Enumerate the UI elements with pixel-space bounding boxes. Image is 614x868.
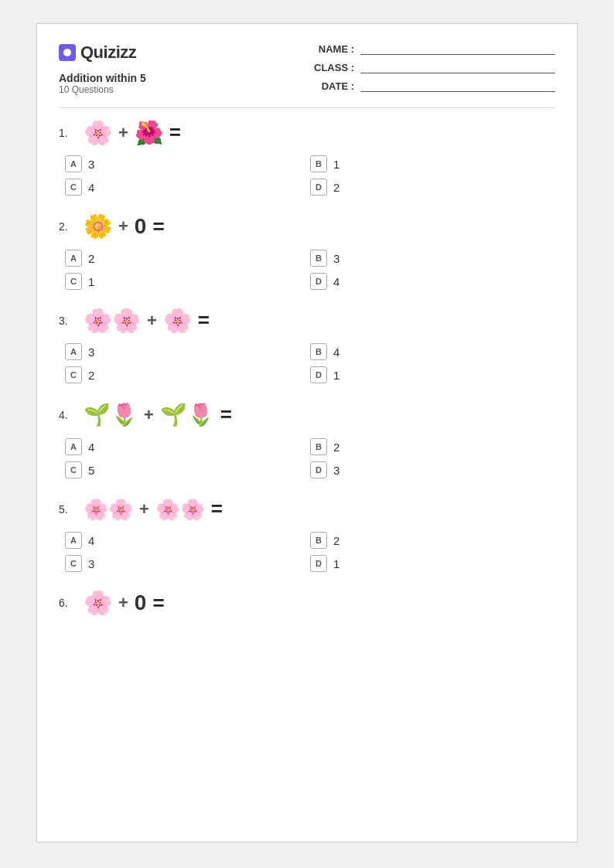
question-5-num: 5. [59, 503, 80, 516]
question-1-row: 1. 🌸 + 🌺 = [59, 121, 555, 145]
logo: Quizizz [59, 43, 146, 63]
q3-option-d: D 1 [310, 366, 555, 383]
question-2-options: A 2 B 3 C 1 D 4 [65, 250, 555, 290]
question-4-block: 4. 🌱🌷 + 🌱🌷 = A 4 B 2 C 5 D [59, 402, 555, 478]
question-3-options: A 3 B 4 C 2 D 1 [65, 343, 555, 383]
q6-left-flower: 🌸 [84, 591, 112, 614]
question-1-num: 1. [59, 127, 80, 139]
q1-option-b-box: B [310, 155, 327, 172]
question-3-block: 3. 🌸🌸 + 🌸 = A 3 B 4 C 2 D 1 [59, 308, 555, 383]
svg-point-0 [63, 49, 71, 56]
question-4-content: 🌱🌷 + 🌱🌷 = [84, 402, 232, 427]
question-2-row: 2. 🌼 + 0 = [59, 214, 555, 239]
q5-option-b: B 2 [310, 532, 555, 549]
q2-option-a: A 2 [65, 250, 310, 267]
q5-left-flowers: 🌸🌸 [84, 499, 133, 519]
question-3-content: 🌸🌸 + 🌸 = [84, 308, 210, 332]
q4-plus: + [144, 405, 154, 425]
q1-option-a-box: A [65, 155, 82, 172]
class-field-row: CLASS : [308, 61, 555, 73]
date-field-row: DATE : [308, 80, 555, 92]
q5-option-c-box: C [65, 555, 82, 572]
q2-option-d-val: 4 [333, 275, 339, 288]
q3-left-flowers: 🌸🌸 [84, 309, 141, 332]
question-5-content: 🌸🌸 + 🌸🌸 = [84, 497, 223, 521]
q4-option-c-box: C [65, 461, 82, 478]
question-2-num: 2. [59, 220, 80, 233]
page: Quizizz Addition within 5 10 Questions N… [36, 23, 578, 842]
question-5-row: 5. 🌸🌸 + 🌸🌸 = [59, 497, 555, 521]
q1-right-flower: 🌺 [135, 121, 163, 145]
q4-option-d: D 3 [310, 461, 555, 478]
q1-option-c: C 4 [65, 179, 310, 196]
header-right: NAME : CLASS : DATE : [308, 43, 555, 92]
q4-option-b-box: B [310, 438, 327, 455]
q3-right-flower: 🌸 [163, 309, 192, 332]
q2-option-b: B 3 [310, 250, 555, 267]
question-4-row: 4. 🌱🌷 + 🌱🌷 = [59, 402, 555, 427]
q1-option-d: D 2 [310, 179, 555, 196]
q4-option-a-box: A [65, 438, 82, 455]
q2-option-b-box: B [310, 250, 327, 267]
logo-text: Quizizz [80, 43, 136, 63]
q4-option-b: B 2 [310, 438, 555, 455]
q2-option-c-val: 1 [88, 275, 94, 288]
worksheet-subtitle: 10 Questions [59, 84, 146, 95]
question-6-num: 6. [59, 597, 80, 609]
q1-option-c-box: C [65, 179, 82, 196]
q3-option-c-box: C [65, 366, 82, 383]
q6-equals: = [152, 591, 164, 615]
question-4-num: 4. [59, 409, 80, 421]
q4-option-c-val: 5 [88, 464, 94, 477]
question-2-content: 🌼 + 0 = [84, 214, 165, 239]
q5-equals: = [211, 497, 223, 521]
q2-equals: = [152, 215, 164, 239]
class-label: CLASS : [308, 62, 354, 73]
q1-option-d-val: 2 [333, 181, 339, 194]
worksheet-title: Addition within 5 [59, 72, 146, 84]
q4-option-d-val: 3 [333, 464, 339, 477]
question-6-content: 🌸 + 0 = [84, 591, 165, 615]
q3-option-a: A 3 [65, 343, 310, 360]
q1-option-d-box: D [310, 179, 327, 196]
question-5-options: A 4 B 2 C 3 D 1 [65, 532, 555, 572]
q3-option-b-box: B [310, 343, 327, 360]
q1-option-c-val: 4 [88, 181, 94, 194]
class-line [360, 61, 555, 73]
q6-zero: 0 [135, 591, 147, 615]
q6-plus: + [118, 593, 128, 613]
question-3-num: 3. [59, 315, 80, 327]
q2-option-a-box: A [65, 250, 82, 267]
q1-option-a: A 3 [65, 155, 310, 172]
q4-option-d-box: D [310, 461, 327, 478]
q1-equals: = [169, 121, 181, 145]
q2-option-b-val: 3 [333, 252, 339, 265]
q3-option-a-val: 3 [88, 345, 94, 359]
q4-option-c: C 5 [65, 461, 310, 478]
q5-option-a: A 4 [65, 532, 310, 549]
question-1-content: 🌸 + 🌺 = [84, 121, 181, 145]
q1-option-b-val: 1 [333, 158, 339, 171]
q3-option-c-val: 2 [88, 369, 94, 382]
question-1-block: 1. 🌸 + 🌺 = A 3 B 1 C 4 D 2 [59, 121, 555, 196]
q5-option-d-val: 1 [333, 557, 339, 570]
q5-option-d: D 1 [310, 555, 555, 572]
q1-option-a-val: 3 [88, 158, 94, 171]
question-3-row: 3. 🌸🌸 + 🌸 = [59, 308, 555, 332]
name-label: NAME : [308, 43, 354, 55]
q2-zero: 0 [135, 214, 147, 239]
q2-option-c-box: C [65, 273, 82, 290]
q3-plus: + [147, 311, 157, 331]
question-4-options: A 4 B 2 C 5 D 3 [65, 438, 555, 478]
q5-plus: + [139, 499, 149, 519]
q3-option-b-val: 4 [333, 345, 339, 359]
name-field-row: NAME : [308, 43, 555, 55]
question-6-block: 6. 🌸 + 0 = [59, 591, 555, 615]
q4-right-plant: 🌱🌷 [160, 402, 214, 427]
q3-option-d-val: 1 [333, 369, 339, 382]
name-line [360, 43, 555, 55]
question-5-block: 5. 🌸🌸 + 🌸🌸 = A 4 B 2 C 3 D [59, 497, 555, 572]
q1-left-flower: 🌸 [84, 121, 112, 145]
q5-option-c: C 3 [65, 555, 310, 572]
q2-option-a-val: 2 [88, 252, 94, 265]
